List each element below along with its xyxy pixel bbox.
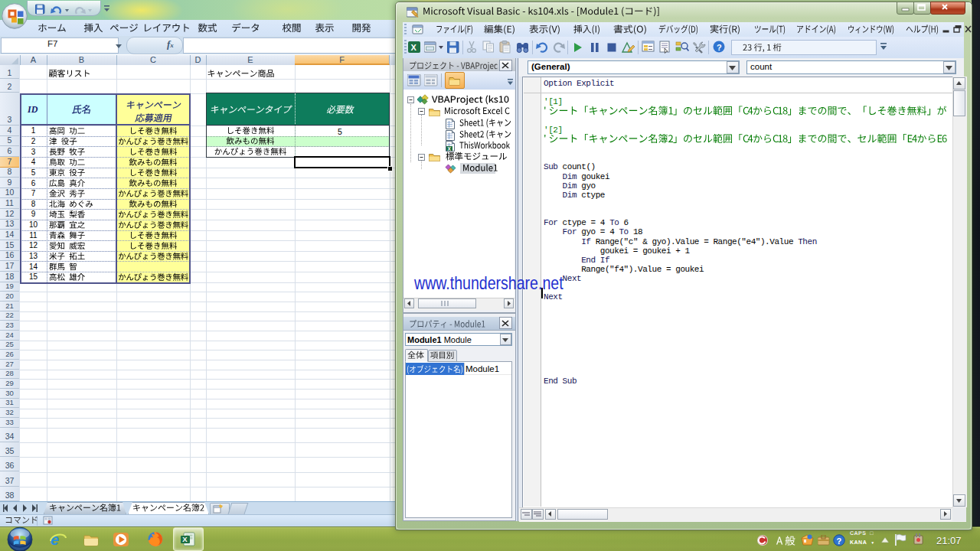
svg-text:e: e [51, 531, 59, 548]
svg-text:X: X [410, 43, 416, 52]
svg-text:X: X [182, 535, 188, 543]
svg-text:?: ? [837, 536, 842, 546]
svg-text:?: ? [717, 43, 722, 52]
